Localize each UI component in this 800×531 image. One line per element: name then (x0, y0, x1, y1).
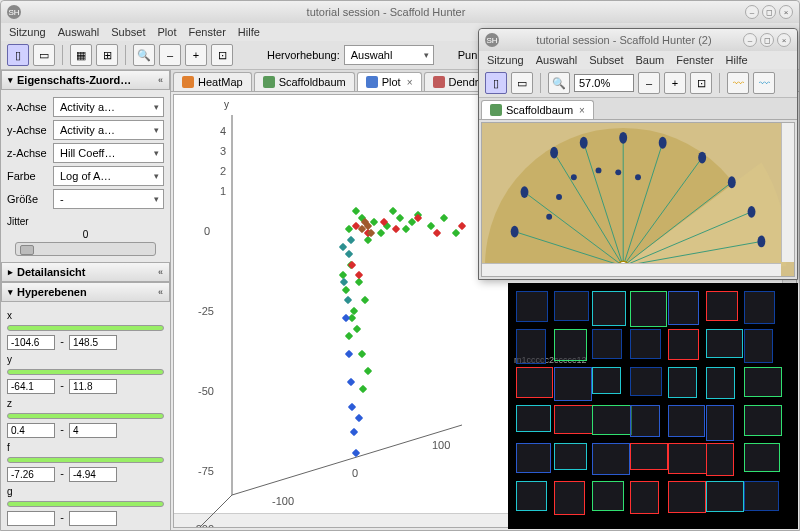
zoom-out-icon[interactable]: – (638, 72, 660, 94)
range-slider-y[interactable] (7, 369, 164, 375)
menu-hilfe[interactable]: Hilfe (238, 26, 260, 38)
range-lo-g[interactable] (7, 511, 55, 526)
heatmap-cell[interactable] (668, 367, 697, 398)
range-slider-g[interactable] (7, 501, 164, 507)
zoom-region-icon[interactable]: ⊡ (211, 44, 233, 66)
heatmap-cell[interactable] (706, 405, 734, 441)
menu-auswahl[interactable]: Auswahl (58, 26, 100, 38)
layout1-button[interactable]: ▯ (485, 72, 507, 94)
menu-sitzung[interactable]: Sitzung (487, 54, 524, 66)
minimize-button[interactable]: – (743, 33, 757, 47)
heatmap-cell[interactable] (554, 329, 587, 361)
tab-close-icon[interactable]: × (407, 77, 413, 88)
heatmap-cell[interactable] (706, 367, 735, 399)
heatmap-cell[interactable] (668, 481, 706, 513)
zoom-fit-icon[interactable]: 🔍 (548, 72, 570, 94)
heatmap-cell[interactable] (744, 367, 782, 397)
tab-heatmap[interactable]: HeatMap (173, 72, 252, 91)
heatmap-cell[interactable] (630, 481, 659, 514)
heatmap-cell[interactable] (706, 291, 738, 321)
prop-dropdown-0[interactable]: Activity a… (53, 97, 164, 117)
menu-auswahl[interactable]: Auswahl (536, 54, 578, 66)
zoom-fit-icon[interactable]: 🔍 (133, 44, 155, 66)
heatmap-cell[interactable] (592, 405, 632, 435)
menu-fenster[interactable]: Fenster (676, 54, 713, 66)
range-hi-z[interactable] (69, 423, 117, 438)
menu-baum[interactable]: Baum (636, 54, 665, 66)
menu-fenster[interactable]: Fenster (189, 26, 226, 38)
grid-icon[interactable]: ▦ (70, 44, 92, 66)
range-slider-f[interactable] (7, 457, 164, 463)
maximize-button[interactable]: ◻ (760, 33, 774, 47)
heatmap-cell[interactable] (706, 481, 744, 512)
heatmap-cell[interactable] (516, 367, 553, 398)
range-lo-f[interactable] (7, 467, 55, 482)
maximize-button[interactable]: ◻ (762, 5, 776, 19)
range-hi-f[interactable] (69, 467, 117, 482)
range-lo-z[interactable] (7, 423, 55, 438)
range-lo-x[interactable] (7, 335, 55, 350)
heatmap-cell[interactable] (592, 329, 622, 359)
tab-scaffoldbaum[interactable]: Scaffoldbaum (254, 72, 355, 91)
heatmap-cell[interactable] (706, 443, 734, 476)
properties-panel-header[interactable]: ▾ Eigenschafts-Zuord… « (1, 70, 170, 90)
heatmap-cell[interactable] (554, 367, 592, 401)
menu-subset[interactable]: Subset (111, 26, 145, 38)
vertical-scrollbar[interactable] (781, 123, 794, 262)
heatmap-cell[interactable] (744, 329, 773, 363)
heatmap-cell[interactable] (630, 367, 662, 396)
zoom-out-icon[interactable]: – (159, 44, 181, 66)
heatmap-cell[interactable] (668, 291, 699, 325)
range-hi-x[interactable] (69, 335, 117, 350)
heatmap-view[interactable]: m1ccccc2ccccc12 (508, 283, 798, 529)
menu-subset[interactable]: Subset (589, 54, 623, 66)
heatmap-cell[interactable] (516, 329, 546, 364)
range-slider-z[interactable] (7, 413, 164, 419)
heatmap-cell[interactable] (630, 291, 667, 327)
menu-hilfe[interactable]: Hilfe (726, 54, 748, 66)
tab-plot[interactable]: Plot× (357, 72, 422, 91)
layout2-button[interactable]: ▭ (511, 72, 533, 94)
heatmap-cell[interactable] (592, 367, 621, 394)
tab-close-icon[interactable]: × (579, 105, 585, 116)
prop-dropdown-4[interactable]: - (53, 189, 164, 209)
heatmap-cell[interactable] (554, 443, 587, 470)
range-lo-y[interactable] (7, 379, 55, 394)
heatmap-cell[interactable] (744, 443, 780, 472)
range-hi-g[interactable] (69, 511, 117, 526)
heatmap-cell[interactable] (668, 329, 699, 360)
zoom-input[interactable] (574, 74, 634, 92)
heatmap-cell[interactable] (668, 405, 705, 437)
hyper-panel-header[interactable]: ▾ Hyperebenen « (1, 282, 170, 302)
heatmap-cell[interactable] (592, 443, 630, 475)
layout1-button[interactable]: ▯ (7, 44, 29, 66)
zoom-in-icon[interactable]: + (664, 72, 686, 94)
heatmap-cell[interactable] (630, 329, 661, 359)
radial-tree-view[interactable] (481, 122, 795, 277)
heatmap-cell[interactable] (744, 291, 775, 324)
close-button[interactable]: × (779, 5, 793, 19)
range-slider-x[interactable] (7, 325, 164, 331)
tab-scaffoldbaum[interactable]: Scaffoldbaum × (481, 100, 594, 119)
menu-sitzung[interactable]: Sitzung (9, 26, 46, 38)
heatmap-cell[interactable] (744, 481, 779, 511)
prop-dropdown-1[interactable]: Activity a… (53, 120, 164, 140)
heatmap-cell[interactable] (706, 329, 743, 358)
range-hi-y[interactable] (69, 379, 117, 394)
close-button[interactable]: × (777, 33, 791, 47)
ruler-icon[interactable]: ⊞ (96, 44, 118, 66)
brush2-icon[interactable]: 〰 (753, 72, 775, 94)
hervorhebung-dropdown[interactable]: Auswahl (344, 45, 434, 65)
heatmap-cell[interactable] (554, 291, 589, 321)
heatmap-cell[interactable] (554, 481, 585, 515)
heatmap-cell[interactable] (630, 443, 668, 470)
jitter-slider[interactable] (15, 242, 156, 256)
heatmap-cell[interactable] (592, 291, 626, 326)
detail-panel-header[interactable]: ▸ Detailansicht « (1, 262, 170, 282)
heatmap-cell[interactable] (554, 405, 593, 434)
layout2-button[interactable]: ▭ (33, 44, 55, 66)
prop-dropdown-3[interactable]: Log of A… (53, 166, 164, 186)
heatmap-cell[interactable] (592, 481, 624, 511)
heatmap-cell[interactable] (744, 405, 782, 436)
heatmap-cell[interactable] (630, 405, 660, 437)
